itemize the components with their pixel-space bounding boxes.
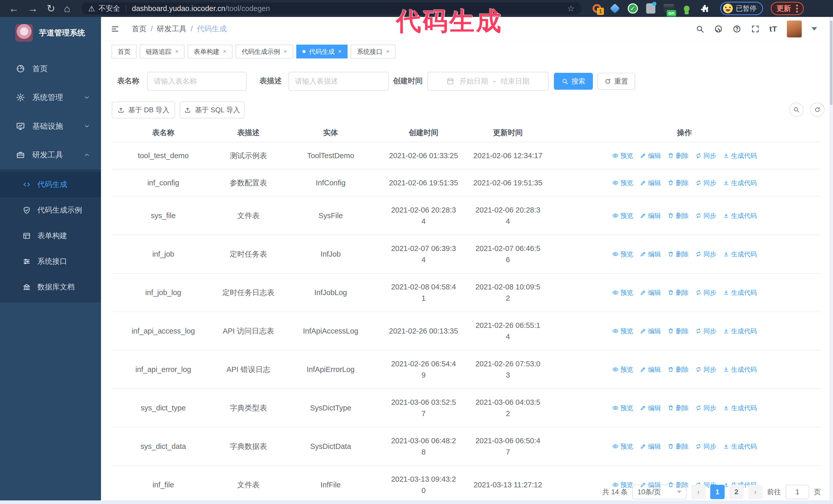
next-page-button[interactable]: › — [748, 485, 763, 499]
action-link[interactable]: 同步 — [695, 177, 716, 188]
tab-close-icon[interactable]: × — [175, 48, 178, 55]
tab-close-icon[interactable]: × — [386, 48, 389, 55]
tab-close-icon[interactable]: × — [284, 48, 287, 55]
action-link[interactable]: 编辑 — [640, 441, 661, 452]
action-link[interactable]: 删除 — [668, 150, 689, 161]
tab-close-icon[interactable]: × — [223, 48, 226, 55]
bookmark-star-icon[interactable]: ☆ — [567, 4, 575, 13]
action-link[interactable]: 编辑 — [640, 248, 661, 260]
action-link[interactable]: 生成代码 — [723, 150, 757, 161]
import-db-button[interactable]: 基于 DB 导入 — [112, 101, 175, 118]
tab-5[interactable]: 系统接口× — [351, 45, 396, 58]
action-link[interactable]: 编辑 — [640, 177, 661, 188]
fullscreen-icon[interactable] — [751, 25, 760, 33]
refresh-table-button[interactable] — [810, 102, 825, 117]
extensions-puzzle-icon[interactable] — [699, 3, 710, 14]
table-desc-input[interactable]: 请输入表描述 — [288, 72, 389, 91]
tab-1[interactable]: 链路追踪× — [140, 45, 185, 58]
submenu-item-3[interactable]: 系统接口 — [0, 249, 101, 274]
hamburger-icon[interactable] — [111, 25, 119, 33]
action-link[interactable]: 同步 — [695, 287, 716, 298]
tab-0[interactable]: 首页 — [112, 45, 137, 58]
tab-close-icon[interactable]: × — [338, 48, 342, 55]
action-link[interactable]: 同步 — [695, 248, 716, 260]
extension-sliders-icon[interactable] — [645, 3, 656, 14]
scrollbar-thumb[interactable] — [830, 21, 832, 105]
action-link[interactable]: 预览 — [612, 402, 633, 413]
submenu-item-4[interactable]: 数据库文档 — [0, 274, 101, 300]
action-link[interactable]: 删除 — [668, 248, 689, 260]
action-link[interactable]: 预览 — [612, 150, 633, 161]
action-link[interactable]: 生成代码 — [723, 364, 757, 375]
action-link[interactable]: 预览 — [612, 364, 633, 375]
font-size-icon[interactable]: tT — [769, 25, 777, 33]
action-link[interactable]: 删除 — [668, 364, 689, 375]
action-link[interactable]: 删除 — [668, 441, 689, 452]
app-logo-row[interactable]: 芋道管理系统 — [0, 17, 101, 48]
home-icon[interactable]: ⌂ — [64, 3, 70, 14]
back-icon[interactable]: ← — [9, 3, 19, 14]
action-link[interactable]: 生成代码 — [723, 441, 757, 452]
extension-switch-icon[interactable]: on — [663, 3, 674, 14]
sidebar-item-0[interactable]: 首页 — [0, 54, 101, 83]
scrollbar-horizontal[interactable] — [0, 500, 833, 504]
action-link[interactable]: 生成代码 — [723, 287, 757, 298]
action-link[interactable]: 预览 — [612, 441, 633, 452]
profile-paused-pill[interactable]: 已暂停 — [720, 2, 763, 15]
action-link[interactable]: 预览 — [612, 248, 633, 260]
date-range-picker[interactable]: 开始日期 - 结束日期 — [428, 72, 548, 91]
action-link[interactable]: 删除 — [668, 402, 689, 413]
reset-button[interactable]: 重置 — [597, 73, 635, 90]
tab-4[interactable]: 代码生成× — [296, 45, 348, 58]
chevron-down-icon[interactable] — [811, 27, 817, 30]
user-avatar[interactable] — [787, 21, 802, 38]
reload-icon[interactable]: ↻ — [47, 3, 55, 14]
action-link[interactable]: 生成代码 — [723, 177, 757, 188]
submenu-item-2[interactable]: 表单构建 — [0, 223, 101, 249]
action-link[interactable]: 预览 — [612, 210, 633, 221]
action-link[interactable]: 编辑 — [640, 325, 661, 337]
breadcrumb-home[interactable]: 首页 — [132, 24, 147, 34]
breadcrumb-tools[interactable]: 研发工具 — [157, 24, 187, 34]
extension-android-icon[interactable] — [681, 3, 692, 14]
action-link[interactable]: 删除 — [668, 210, 689, 221]
action-link[interactable]: 删除 — [668, 287, 689, 298]
action-link[interactable]: 同步 — [695, 325, 716, 337]
action-link[interactable]: 编辑 — [640, 287, 661, 298]
extension-gem-icon[interactable] — [610, 3, 620, 14]
extension-orange-icon[interactable]: 1 — [592, 3, 602, 14]
action-link[interactable]: 生成代码 — [723, 210, 757, 221]
action-link[interactable]: 预览 — [612, 325, 633, 337]
action-link[interactable]: 删除 — [668, 325, 689, 337]
search-button[interactable]: 搜索 — [554, 73, 593, 90]
toggle-search-button[interactable] — [789, 102, 804, 117]
action-link[interactable]: 编辑 — [640, 210, 661, 221]
address-bar[interactable]: ⚠ 不安全 dashboard.yudao.iocoder.cn /tool/c… — [81, 2, 581, 15]
action-link[interactable]: 编辑 — [640, 402, 661, 413]
sidebar-item-3[interactable]: 研发工具 — [0, 141, 101, 169]
github-icon[interactable] — [714, 25, 723, 33]
action-link[interactable]: 同步 — [695, 402, 716, 413]
page-button-1[interactable]: 1 — [710, 485, 724, 499]
scrollbar-vertical[interactable] — [829, 17, 833, 504]
submenu-item-1[interactable]: 代码生成示例 — [0, 197, 101, 223]
action-link[interactable]: 生成代码 — [723, 248, 757, 260]
tab-3[interactable]: 代码生成示例× — [236, 45, 293, 58]
goto-page-input[interactable] — [786, 485, 809, 499]
action-link[interactable]: 同步 — [695, 210, 716, 221]
table-name-input[interactable]: 请输入表名称 — [147, 72, 246, 91]
extension-check-icon[interactable]: ✓ — [627, 3, 638, 14]
action-link[interactable]: 同步 — [695, 441, 716, 452]
sidebar-item-1[interactable]: 系统管理 — [0, 83, 101, 112]
update-button[interactable]: 更新 — [771, 2, 804, 15]
tab-2[interactable]: 表单构建× — [188, 45, 233, 58]
page-size-select[interactable]: 10条/页 — [632, 484, 687, 499]
action-link[interactable]: 预览 — [612, 177, 633, 188]
sidebar-item-2[interactable]: 基础设施 — [0, 112, 101, 141]
import-sql-button[interactable]: 基于 SQL 导入 — [180, 101, 244, 118]
action-link[interactable]: 生成代码 — [723, 325, 757, 337]
action-link[interactable]: 预览 — [612, 287, 633, 298]
submenu-item-0[interactable]: 代码生成 — [0, 172, 101, 197]
action-link[interactable]: 同步 — [695, 150, 716, 161]
action-link[interactable]: 删除 — [668, 177, 689, 188]
